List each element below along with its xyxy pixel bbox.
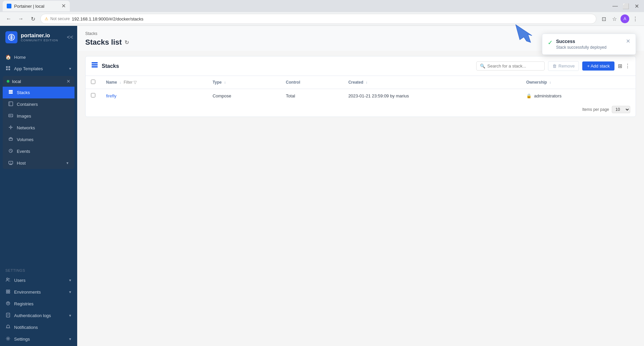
events-icon (8, 148, 13, 154)
browser-chrome: Portainer | local ✕ — ⬜ ✕ ← → ↻ ⚠ Not se… (0, 0, 644, 26)
sidebar-item-notifications[interactable]: Notifications (0, 321, 77, 333)
cast-button[interactable]: ⊡ (599, 14, 608, 24)
profile-avatar[interactable]: A (621, 14, 629, 23)
select-all-checkbox[interactable] (91, 80, 95, 84)
row-created-cell: 2023-01-21 23:59:09 by marius (343, 89, 521, 103)
col-ownership-sort[interactable]: ↕ (549, 81, 551, 84)
remove-label: Remove (558, 63, 575, 69)
svg-rect-5 (6, 66, 8, 68)
sidebar-collapse-button[interactable]: << (67, 34, 73, 40)
containers-icon (8, 101, 13, 107)
volumes-icon (8, 137, 13, 142)
sidebar-item-events-label: Events (17, 149, 69, 154)
items-per-page-label: Items per page (582, 107, 609, 112)
restore-window-button[interactable]: ⬜ (621, 1, 631, 11)
page-title-text: Stacks list (85, 38, 122, 47)
svg-rect-8 (8, 69, 10, 70)
svg-rect-12 (9, 102, 13, 106)
stacks-table: Name ↓ Filter ▽ Type ↕ Control (86, 76, 636, 102)
sidebar-item-host[interactable]: Host ▼ (3, 157, 75, 169)
stacks-panel: Stacks 🔍 🗑 Remove + Add stack ⊞ (85, 56, 636, 117)
table-header: Name ↓ Filter ▽ Type ↕ Control (86, 76, 636, 89)
sidebar-item-environments[interactable]: Environments ▼ (0, 286, 77, 298)
col-ownership-label: Ownership (526, 80, 547, 85)
sidebar-item-containers-label: Containers (17, 102, 69, 107)
sidebar-item-app-templates[interactable]: App Templates ▼ (0, 63, 77, 75)
address-text: 192.168.1.18:9000/#/2/docker/stacks (72, 16, 143, 21)
more-options-icon[interactable]: ⋮ (625, 63, 630, 69)
row-ownership-cell: 🔒 administrators (521, 89, 636, 103)
sidebar-item-auth-logs[interactable]: Authentication logs ▼ (0, 310, 77, 321)
sidebar-item-volumes[interactable]: Volumes (3, 134, 75, 145)
notifications-icon (5, 325, 11, 330)
columns-icon[interactable]: ⊞ (618, 63, 622, 69)
reload-button[interactable]: ↻ (28, 14, 38, 24)
bookmark-button[interactable]: ☆ (610, 14, 619, 24)
browser-tab[interactable]: Portainer | local ✕ (3, 1, 70, 11)
host-icon (8, 160, 13, 166)
remove-button[interactable]: 🗑 Remove (548, 61, 579, 71)
env-close-button[interactable]: ✕ (66, 79, 70, 84)
sidebar-item-users[interactable]: Users ▼ (0, 274, 77, 286)
back-button[interactable]: ← (4, 14, 13, 24)
sidebar-item-containers[interactable]: Containers (3, 98, 75, 110)
sidebar-item-events[interactable]: Events (3, 145, 75, 157)
row-checkbox[interactable] (91, 93, 95, 97)
tab-close-button[interactable]: ✕ (61, 3, 66, 9)
sidebar-item-registries[interactable]: Registries (0, 298, 77, 310)
sidebar-item-host-label: Host (17, 161, 62, 166)
search-icon: 🔍 (480, 63, 485, 69)
svg-rect-11 (9, 90, 13, 91)
address-bar[interactable]: ⚠ Not secure 192.168.1.18:9000/#/2/docke… (40, 14, 596, 24)
svg-rect-6 (8, 66, 10, 68)
environments-icon (5, 289, 11, 295)
stack-name-link[interactable]: firefly (106, 93, 116, 98)
svg-rect-7 (6, 69, 8, 70)
sidebar-item-notifications-label: Notifications (14, 325, 72, 330)
logo-main: portainer.io (21, 32, 58, 39)
refresh-icon[interactable]: ↻ (125, 39, 129, 46)
main-content: Stacks Stacks list ↻ Stacks 🔍 (77, 26, 644, 346)
toast-close-button[interactable]: ✕ (626, 39, 630, 44)
panel-toolbar-icons: ⊞ ⋮ (618, 63, 630, 69)
sidebar-item-images-label: Images (17, 114, 69, 119)
logo-sub: COMMUNITY EDITION (21, 39, 58, 42)
stacks-icon (8, 90, 13, 95)
add-stack-button[interactable]: + Add stack (582, 61, 614, 71)
col-type-sort[interactable]: ↕ (224, 81, 226, 84)
sidebar-nav: 🏠 Home App Templates ▼ local ✕ (0, 49, 77, 264)
sidebar-item-images[interactable]: Images (3, 110, 75, 122)
col-created-sort[interactable]: ↕ (366, 81, 367, 84)
app-templates-chevron: ▼ (68, 67, 72, 71)
close-window-button[interactable]: ✕ (632, 1, 641, 11)
content-area: Stacks 🔍 🗑 Remove + Add stack ⊞ (77, 51, 644, 346)
items-per-page-select[interactable]: 10 25 50 100 (612, 106, 630, 113)
env-name: local (12, 79, 64, 84)
forward-button[interactable]: → (16, 14, 26, 24)
search-box[interactable]: 🔍 (476, 61, 545, 71)
registries-icon (5, 301, 11, 307)
svg-rect-33 (6, 290, 8, 291)
col-control-label: Control (286, 80, 300, 85)
security-icon: ⚠ (45, 16, 48, 21)
col-name-sort[interactable]: ↓ (119, 81, 121, 84)
settings-chevron: ▼ (68, 337, 72, 341)
sidebar-item-stacks[interactable]: Stacks (3, 87, 75, 98)
col-type: Type ↕ (207, 76, 280, 89)
minimize-window-button[interactable]: — (610, 1, 620, 11)
svg-point-30 (10, 162, 11, 163)
toast-title: Success (556, 39, 623, 44)
tab-bar: Portainer | local ✕ — ⬜ ✕ (0, 0, 644, 12)
svg-line-25 (11, 151, 12, 152)
filter-button[interactable]: Filter ▽ (122, 79, 138, 85)
sidebar-item-networks[interactable]: Networks (3, 122, 75, 134)
sidebar-item-volumes-label: Volumes (17, 137, 69, 142)
menu-button[interactable]: ⋮ (631, 14, 640, 24)
toast-message: Stack successfully deployed (556, 45, 623, 50)
home-icon: 🏠 (5, 54, 11, 60)
sidebar-item-home[interactable]: 🏠 Home (0, 51, 77, 63)
browser-toolbar: ← → ↻ ⚠ Not secure 192.168.1.18:9000/#/2… (0, 12, 644, 26)
search-input[interactable] (487, 63, 541, 69)
sidebar-item-settings[interactable]: Settings ▼ (0, 333, 77, 345)
sidebar-item-registries-label: Registries (14, 301, 72, 306)
